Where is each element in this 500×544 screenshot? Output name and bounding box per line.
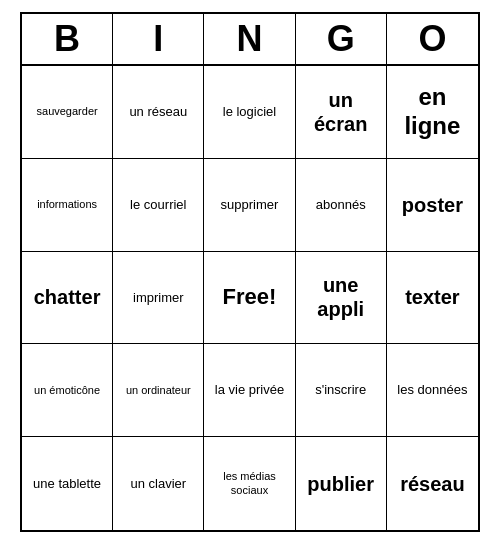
bingo-cell: réseau xyxy=(387,437,478,530)
bingo-cell: informations xyxy=(22,159,113,252)
header-letter: B xyxy=(22,14,113,64)
bingo-cell: un émoticône xyxy=(22,344,113,437)
bingo-cell: sauvegarder xyxy=(22,66,113,159)
bingo-cell: le courriel xyxy=(113,159,204,252)
bingo-cell: publier xyxy=(296,437,387,530)
bingo-card: BINGO sauvegarderun réseaule logicielun … xyxy=(20,12,480,532)
bingo-cell: un ordinateur xyxy=(113,344,204,437)
bingo-cell: chatter xyxy=(22,252,113,345)
bingo-cell: les médias sociaux xyxy=(204,437,295,530)
bingo-cell: Free! xyxy=(204,252,295,345)
bingo-grid: sauvegarderun réseaule logicielun écrane… xyxy=(22,66,478,530)
bingo-cell: une tablette xyxy=(22,437,113,530)
bingo-cell: un réseau xyxy=(113,66,204,159)
bingo-cell: texter xyxy=(387,252,478,345)
bingo-cell: imprimer xyxy=(113,252,204,345)
bingo-cell: supprimer xyxy=(204,159,295,252)
bingo-header: BINGO xyxy=(22,14,478,66)
bingo-cell: poster xyxy=(387,159,478,252)
bingo-cell: une appli xyxy=(296,252,387,345)
header-letter: O xyxy=(387,14,478,64)
header-letter: G xyxy=(296,14,387,64)
bingo-cell: s'inscrire xyxy=(296,344,387,437)
header-letter: N xyxy=(204,14,295,64)
bingo-cell: la vie privée xyxy=(204,344,295,437)
bingo-cell: un clavier xyxy=(113,437,204,530)
bingo-cell: les données xyxy=(387,344,478,437)
bingo-cell: un écran xyxy=(296,66,387,159)
header-letter: I xyxy=(113,14,204,64)
bingo-cell: abonnés xyxy=(296,159,387,252)
bingo-cell: en ligne xyxy=(387,66,478,159)
bingo-cell: le logiciel xyxy=(204,66,295,159)
